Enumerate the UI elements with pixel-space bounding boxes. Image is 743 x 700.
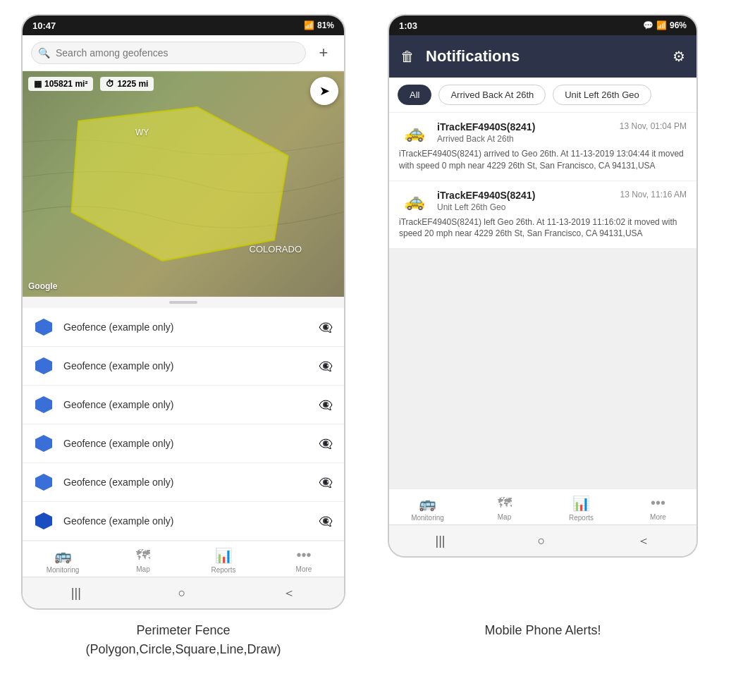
geofence-label-6: Geofence (example only) bbox=[63, 515, 309, 527]
navigation-button[interactable]: ➤ bbox=[310, 77, 338, 105]
eye-off-icon-4[interactable]: 👁‍🗨 bbox=[319, 437, 333, 450]
eye-off-icon-6[interactable]: 👁‍🗨 bbox=[319, 515, 333, 528]
right-nav-map[interactable]: 🗺 Map bbox=[466, 495, 543, 522]
nav-more[interactable]: ••• More bbox=[264, 547, 344, 574]
geofence-label-2: Geofence (example only) bbox=[63, 360, 309, 372]
right-nav-reports[interactable]: 📊 Reports bbox=[543, 495, 620, 522]
add-geofence-button[interactable]: + bbox=[312, 41, 336, 65]
map-terrain-svg bbox=[23, 71, 344, 297]
eye-off-icon-3[interactable]: 👁‍🗨 bbox=[319, 398, 333, 412]
map-stats: ▦ 105821 mi² ⏱ 1225 mi bbox=[28, 77, 154, 91]
list-item[interactable]: Geofence (example only) 👁‍🗨 bbox=[23, 386, 344, 424]
map-area[interactable]: ▦ 105821 mi² ⏱ 1225 mi ➤ Google WY COLOR… bbox=[23, 71, 344, 297]
car-icon-2: 🚕 bbox=[404, 191, 425, 211]
right-reports-icon: 📊 bbox=[572, 495, 590, 512]
left-bottom-nav: 🚌 Monitoring 🗺 Map 📊 Reports ••• More bbox=[23, 541, 344, 577]
right-caption: Mobile Phone Alerts! bbox=[388, 621, 698, 659]
eye-off-icon-2[interactable]: 👁‍🗨 bbox=[319, 360, 333, 373]
right-home-button[interactable]: ○ bbox=[538, 534, 546, 548]
svg-marker-2 bbox=[35, 319, 52, 336]
right-reports-label: Reports bbox=[569, 514, 594, 522]
wyoming-label: WY bbox=[135, 128, 149, 137]
vehicle-avatar-1: 🚕 bbox=[399, 121, 430, 144]
recent-apps-button[interactable]: ||| bbox=[71, 586, 81, 601]
settings-icon[interactable]: ⚙ bbox=[673, 48, 685, 65]
more-label: More bbox=[296, 565, 312, 573]
nav-monitoring[interactable]: 🚌 Monitoring bbox=[23, 547, 103, 574]
colorado-label: COLORADO bbox=[250, 244, 302, 254]
reports-label: Reports bbox=[211, 566, 235, 574]
left-caption: Perimeter Fence(Polygon,Circle,Square,Li… bbox=[21, 621, 345, 659]
right-wifi: 📶 bbox=[656, 20, 667, 30]
list-item[interactable]: Geofence (example only) 👁‍🗨 bbox=[23, 502, 344, 541]
right-back-button[interactable]: ＜ bbox=[637, 532, 650, 549]
notification-card-1[interactable]: 🚕 iTrackEF4940S(8241) 13 Nov, 01:04 PM A… bbox=[389, 113, 696, 181]
geofence-label-3: Geofence (example only) bbox=[63, 399, 309, 410]
list-item[interactable]: Geofence (example only) 👁‍🗨 bbox=[23, 424, 344, 463]
geofence-icon-6 bbox=[34, 511, 54, 531]
eye-off-icon-5[interactable]: 👁‍🗨 bbox=[319, 476, 333, 489]
tab-unit-left[interactable]: Unit Left 26th Geo bbox=[553, 85, 651, 105]
search-input[interactable] bbox=[31, 42, 306, 64]
tab-arrived[interactable]: Arrived Back At 26th bbox=[438, 85, 546, 105]
svg-marker-7 bbox=[35, 512, 52, 529]
notifications-title: Notifications bbox=[426, 47, 661, 66]
right-phone: 1:03 💬 📶 96% 🗑 Notifications ⚙ All Arriv… bbox=[388, 14, 698, 558]
svg-marker-6 bbox=[35, 474, 52, 491]
home-button[interactable]: ○ bbox=[178, 586, 186, 601]
map-distance-stat: ⏱ 1225 mi bbox=[100, 77, 154, 91]
notification-info-1: iTrackEF4940S(8241) 13 Nov, 01:04 PM Arr… bbox=[437, 121, 687, 144]
geofence-icon-5 bbox=[34, 472, 54, 492]
notifications-list: 🚕 iTrackEF4940S(8241) 13 Nov, 01:04 PM A… bbox=[389, 113, 696, 249]
geofence-icon-4 bbox=[34, 434, 54, 453]
right-more-label: More bbox=[650, 513, 666, 521]
notif-subtitle-1: Arrived Back At 26th bbox=[437, 134, 687, 144]
right-nav-monitoring[interactable]: 🚌 Monitoring bbox=[389, 495, 466, 522]
left-status-bar: 10:47 📶 81% bbox=[23, 16, 344, 35]
right-recent-apps-button[interactable]: ||| bbox=[436, 534, 446, 548]
geofence-label-1: Geofence (example only) bbox=[63, 321, 309, 333]
right-monitoring-label: Monitoring bbox=[411, 514, 444, 522]
notif-time-2: 13 Nov, 11:16 AM bbox=[620, 190, 687, 199]
left-time: 10:47 bbox=[32, 20, 56, 31]
delete-icon[interactable]: 🗑 bbox=[400, 49, 415, 65]
geofence-list: Geofence (example only) 👁‍🗨 Geofence (ex… bbox=[23, 308, 344, 541]
more-icon: ••• bbox=[296, 547, 311, 563]
nav-reports[interactable]: 📊 Reports bbox=[183, 547, 264, 574]
vehicle-name-2: iTrackEF4940S(8241) bbox=[437, 190, 535, 201]
hatch-icon: ▦ bbox=[34, 79, 42, 89]
left-battery: 81% bbox=[317, 20, 334, 30]
eye-off-icon-1[interactable]: 👁‍🗨 bbox=[319, 321, 333, 334]
nav-map[interactable]: 🗺 Map bbox=[103, 547, 183, 574]
notification-card-2[interactable]: 🚕 iTrackEF4940S(8241) 13 Nov, 11:16 AM U… bbox=[389, 181, 696, 250]
google-logo: Google bbox=[28, 281, 57, 291]
map-label: Map bbox=[136, 565, 149, 573]
tab-all[interactable]: All bbox=[398, 85, 431, 105]
scroll-handle bbox=[23, 297, 344, 308]
left-wifi-icon: 📶 bbox=[304, 20, 314, 30]
right-map-label: Map bbox=[498, 513, 511, 521]
back-button[interactable]: ＜ bbox=[283, 584, 295, 601]
list-item[interactable]: Geofence (example only) 👁‍🗨 bbox=[23, 308, 344, 347]
reports-icon: 📊 bbox=[215, 547, 233, 564]
search-bar: 🔍 + bbox=[23, 35, 344, 71]
notif-body-2: iTrackEF4940S(8241) left Geo 26th. At 11… bbox=[399, 216, 687, 240]
list-item[interactable]: Geofence (example only) 👁‍🗨 bbox=[23, 347, 344, 386]
svg-marker-3 bbox=[35, 357, 52, 374]
right-system-nav: ||| ○ ＜ bbox=[389, 524, 696, 556]
list-item[interactable]: Geofence (example only) 👁‍🗨 bbox=[23, 463, 344, 502]
notifications-empty-area bbox=[389, 249, 696, 489]
monitoring-icon: 🚌 bbox=[54, 547, 72, 564]
geofence-label-4: Geofence (example only) bbox=[63, 438, 309, 449]
search-wrapper[interactable]: 🔍 bbox=[31, 42, 306, 64]
map-area-stat: ▦ 105821 mi² bbox=[28, 77, 93, 91]
geofence-icon-3 bbox=[34, 395, 54, 415]
left-phone: 10:47 📶 81% 🔍 + bbox=[21, 14, 345, 610]
notification-info-2: iTrackEF4940S(8241) 13 Nov, 11:16 AM Uni… bbox=[437, 190, 687, 212]
right-time: 1:03 bbox=[399, 20, 417, 31]
search-icon: 🔍 bbox=[38, 47, 50, 59]
car-icon-1: 🚕 bbox=[404, 123, 425, 142]
geofence-label-5: Geofence (example only) bbox=[63, 477, 309, 488]
right-nav-more[interactable]: ••• More bbox=[620, 495, 696, 522]
captions: Perimeter Fence(Polygon,Circle,Square,Li… bbox=[0, 610, 743, 659]
